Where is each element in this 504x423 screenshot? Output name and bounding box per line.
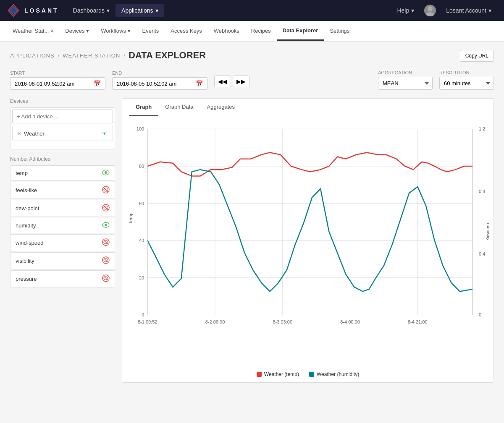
temp-line	[147, 152, 472, 176]
attr-visibility-wind-speed[interactable]	[102, 238, 110, 247]
svg-text:1.2: 1.2	[479, 126, 485, 131]
svg-text:0: 0	[142, 312, 144, 317]
tab-aggregates[interactable]: Aggregates	[200, 99, 242, 116]
aggregation-select-group: Aggregation MEAN MIN MAX SUM COUNT	[378, 70, 433, 90]
avatar	[424, 5, 436, 16]
svg-text:temp: temp	[128, 213, 133, 223]
main-panel: Graph Graph Data Aggregates	[122, 98, 494, 383]
aggregation-label: Aggregation	[378, 70, 433, 75]
legend-temp-dot	[257, 372, 262, 377]
svg-text:60: 60	[139, 201, 144, 206]
svg-point-5	[426, 12, 434, 16]
chart-svg: 100 80 60 40 20 0 1.2 0.8 0.4 0 temp hum…	[126, 120, 489, 351]
dashboards-arrow-icon: ▾	[107, 7, 110, 14]
attr-item-wind-speed: wind-speed	[10, 234, 115, 251]
svg-text:20: 20	[139, 275, 144, 280]
attr-visibility-humidity[interactable]	[102, 222, 110, 229]
svg-text:8-4 21:00: 8-4 21:00	[408, 319, 428, 324]
attr-name-feels-like: feels-like	[16, 187, 37, 193]
attr-name-temp: temp	[16, 170, 28, 176]
humidity-line	[147, 170, 472, 291]
subnav-data-explorer[interactable]: Data Explorer	[277, 21, 324, 41]
svg-text:0.8: 0.8	[479, 189, 485, 194]
attr-visibility-temp[interactable]	[102, 170, 110, 177]
subnav-breadcrumb[interactable]: Weather Stat... »	[7, 22, 59, 40]
attr-name-humidity: humidity	[16, 222, 36, 229]
logo-text: LOSANT	[24, 7, 59, 14]
start-calendar-icon[interactable]: 📅	[94, 80, 101, 87]
end-date-input-wrap: 📅	[112, 77, 207, 90]
main-content: APPLICATIONS / WEATHER STATION / DATA EX…	[0, 42, 504, 391]
aggregation-select[interactable]: MEAN MIN MAX SUM COUNT	[378, 77, 433, 90]
account-btn[interactable]: Losant Account ▾	[440, 4, 497, 17]
subnav-webhooks[interactable]: Webhooks	[208, 22, 245, 40]
svg-marker-3	[9, 6, 18, 15]
svg-text:8-1 09:52: 8-1 09:52	[138, 319, 158, 324]
start-date-input[interactable]	[15, 81, 90, 87]
end-label: End	[112, 70, 207, 76]
prev-prev-btn[interactable]: ◀◀	[214, 76, 231, 87]
legend-humidity-label: Weather (humidity)	[317, 371, 359, 377]
legend-humidity-dot	[309, 372, 314, 377]
svg-text:8-4 00:00: 8-4 00:00	[340, 319, 360, 324]
account-arrow-icon: ▾	[488, 7, 491, 14]
sub-nav: Weather Stat... » Devices ▾ Workflows ▾ …	[0, 21, 504, 42]
svg-text:80: 80	[139, 164, 144, 169]
tab-graph[interactable]: Graph	[129, 99, 158, 116]
svg-text:100: 100	[136, 126, 144, 131]
tab-graph-data[interactable]: Graph Data	[158, 99, 200, 116]
tabs: Graph Graph Data Aggregates	[122, 99, 494, 116]
copy-url-button[interactable]: Copy URL	[460, 50, 494, 62]
svg-point-15	[105, 224, 107, 226]
subnav-workflows[interactable]: Workflows ▾	[95, 22, 136, 40]
attr-item-temp: temp	[10, 165, 115, 181]
applications-arrow-icon: ▾	[155, 7, 158, 14]
attr-name-wind-speed: wind-speed	[16, 240, 44, 246]
svg-text:humidity: humidity	[486, 223, 489, 240]
svg-point-7	[105, 171, 107, 174]
subnav-settings[interactable]: Settings	[324, 22, 355, 40]
logo: LOSANT	[7, 4, 59, 17]
applications-nav-btn[interactable]: Applications ▾	[116, 4, 164, 17]
breadcrumb-applications: APPLICATIONS	[10, 52, 55, 59]
end-date-input[interactable]	[117, 81, 192, 87]
attr-item-pressure: pressure	[10, 270, 115, 287]
svg-text:40: 40	[139, 238, 144, 243]
attr-item-humidity: humidity	[10, 218, 115, 233]
devices-arrow-icon: ▾	[86, 28, 89, 34]
legend-humidity: Weather (humidity)	[309, 371, 359, 377]
start-label: Start	[10, 70, 105, 76]
resolution-select[interactable]: 5 minutes 15 minutes 30 minutes 60 minut…	[439, 77, 494, 90]
attr-visibility-visibility[interactable]	[102, 256, 110, 265]
workflows-arrow-icon: ▾	[128, 28, 131, 34]
help-arrow-icon: ▾	[411, 7, 414, 14]
add-device-input[interactable]	[12, 110, 113, 123]
devices-title: Devices	[10, 98, 115, 104]
dashboards-nav-btn[interactable]: Dashboards ▾	[67, 4, 116, 17]
end-calendar-icon[interactable]: 📅	[196, 80, 203, 87]
subnav-devices[interactable]: Devices ▾	[59, 22, 95, 40]
device-remove-icon[interactable]: ✕	[17, 131, 21, 137]
date-row: Start 📅 End 📅 ◀◀ ▶▶ Aggregation MEAN MIN	[10, 70, 494, 90]
content-layout: Devices ✕ Weather 👁 Number Attributes te…	[10, 98, 494, 383]
date-nav: ◀◀ ▶▶	[214, 76, 249, 90]
device-visibility-icon[interactable]: 👁	[101, 130, 108, 137]
attr-visibility-dew-point[interactable]	[102, 204, 110, 213]
subnav-access-keys[interactable]: Access Keys	[165, 22, 207, 40]
attr-item-visibility: visibility	[10, 252, 115, 269]
svg-text:0.4: 0.4	[479, 251, 485, 256]
sidebar: Devices ✕ Weather 👁 Number Attributes te…	[10, 98, 115, 383]
help-btn[interactable]: Help ▾	[391, 4, 420, 17]
subnav-recipes[interactable]: Recipes	[245, 22, 277, 40]
subnav-events[interactable]: Events	[136, 22, 165, 40]
svg-point-4	[428, 6, 433, 11]
attrs-title: Number Attributes	[10, 156, 115, 162]
chart-container: 100 80 60 40 20 0 1.2 0.8 0.4 0 temp hum…	[122, 116, 494, 368]
start-date-group: Start 📅	[10, 70, 105, 90]
attr-visibility-pressure[interactable]	[102, 274, 110, 283]
next-next-btn[interactable]: ▶▶	[233, 76, 249, 87]
svg-text:0: 0	[479, 312, 481, 317]
attr-visibility-feels-like[interactable]	[102, 186, 110, 195]
breadcrumb-current: DATA EXPLORER	[129, 50, 206, 61]
start-date-input-wrap: 📅	[10, 77, 105, 90]
